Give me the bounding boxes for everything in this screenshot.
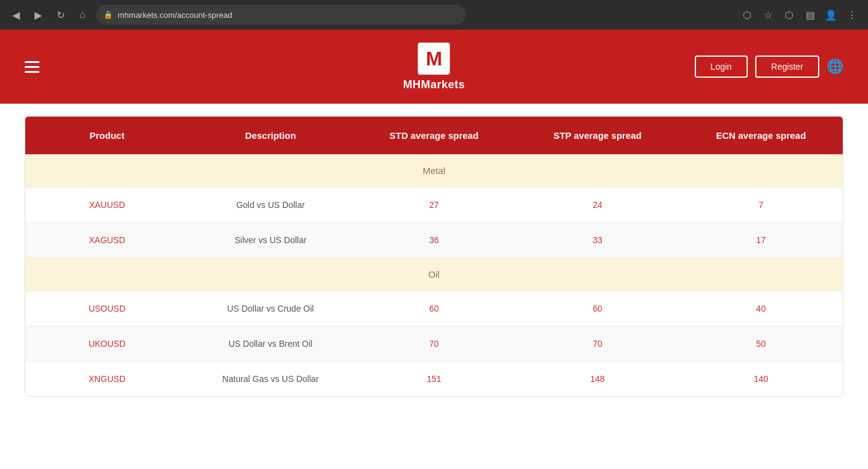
cell-stp: 70 <box>516 326 679 361</box>
logo-icon: M <box>418 43 450 75</box>
logo: M MHMarkets <box>403 43 465 91</box>
col-header-description: Description <box>189 117 352 154</box>
cell-description: Natural Gas vs US Dollar <box>189 362 352 396</box>
browser-actions: ⬡ ☆ ⬡ ▤ 👤 ⋮ <box>739 6 861 23</box>
col-header-product: Product <box>25 117 189 154</box>
main-content: Product Description STD average spread S… <box>0 104 868 469</box>
login-button[interactable]: Login <box>695 56 748 78</box>
cell-std: 70 <box>352 326 515 361</box>
cell-std: 27 <box>352 188 515 222</box>
cell-ecn: 140 <box>679 362 843 396</box>
category-oil: Oil <box>25 258 843 291</box>
cell-product: XAGUSD <box>25 223 189 257</box>
cell-product: UKOUSD <box>25 326 189 361</box>
logo-letter: M <box>426 49 443 68</box>
menu-icon[interactable]: ⋮ <box>843 6 861 23</box>
extension-icon[interactable]: ⬡ <box>780 6 798 23</box>
star-icon[interactable]: ☆ <box>760 6 777 23</box>
cell-description: US Dollar vs Crude Oil <box>189 291 352 326</box>
col-header-std: STD average spread <box>352 117 515 154</box>
table-row: XAUUSD Gold vs US Dollar 27 24 7 <box>25 188 843 223</box>
table-row: UKOUSD US Dollar vs Brent Oil 70 70 50 <box>25 326 843 362</box>
table-row: XAGUSD Silver vs US Dollar 36 33 17 <box>25 223 843 258</box>
table-header: Product Description STD average spread S… <box>25 117 843 154</box>
cell-stp: 24 <box>516 188 679 222</box>
hamburger-menu[interactable] <box>25 61 39 73</box>
home-button[interactable]: ⌂ <box>74 6 91 23</box>
refresh-button[interactable]: ↻ <box>52 6 69 23</box>
cell-ecn: 40 <box>679 291 843 326</box>
cell-stp: 33 <box>516 223 679 257</box>
col-header-stp: STP average spread <box>516 117 679 154</box>
cell-ecn: 50 <box>679 326 843 361</box>
translate-icon[interactable]: ⬡ <box>739 6 756 23</box>
cell-description: Silver vs US Dollar <box>189 223 352 257</box>
site-header: M MHMarkets Login Register 🌐 <box>0 30 868 104</box>
cell-std: 36 <box>352 223 515 257</box>
browser-chrome: ◀ ▶ ↻ ⌂ 🔒 mhmarkets.com/account-spread ⬡… <box>0 0 868 30</box>
spread-table: Product Description STD average spread S… <box>25 116 843 397</box>
cell-description: Gold vs US Dollar <box>189 188 352 222</box>
cell-ecn: 17 <box>679 223 843 257</box>
table-row: USOUSD US Dollar vs Crude Oil 60 60 40 <box>25 291 843 326</box>
cell-std: 151 <box>352 362 515 396</box>
cell-description: US Dollar vs Brent Oil <box>189 326 352 361</box>
back-button[interactable]: ◀ <box>7 6 25 23</box>
profile-icon[interactable]: 👤 <box>822 6 840 23</box>
col-header-ecn: ECN average spread <box>679 117 843 154</box>
cell-std: 60 <box>352 291 515 326</box>
cell-product: XAUUSD <box>25 188 189 222</box>
logo-text: MHMarkets <box>403 78 465 91</box>
globe-icon[interactable]: 🌐 <box>827 59 843 75</box>
table-row: XNGUSD Natural Gas vs US Dollar 151 148 … <box>25 362 843 396</box>
cell-ecn: 7 <box>679 188 843 222</box>
url-text: mhmarkets.com/account-spread <box>118 10 232 20</box>
cell-stp: 148 <box>516 362 679 396</box>
header-right: Login Register 🌐 <box>695 56 843 78</box>
lock-icon: 🔒 <box>104 10 113 19</box>
cell-product: USOUSD <box>25 291 189 326</box>
cell-stp: 60 <box>516 291 679 326</box>
forward-button[interactable]: ▶ <box>30 6 47 23</box>
address-bar[interactable]: 🔒 mhmarkets.com/account-spread <box>96 5 466 25</box>
register-button[interactable]: Register <box>755 56 819 78</box>
sidebar-icon[interactable]: ▤ <box>801 6 819 23</box>
cell-product: XNGUSD <box>25 362 189 396</box>
category-metal: Metal <box>25 154 843 188</box>
